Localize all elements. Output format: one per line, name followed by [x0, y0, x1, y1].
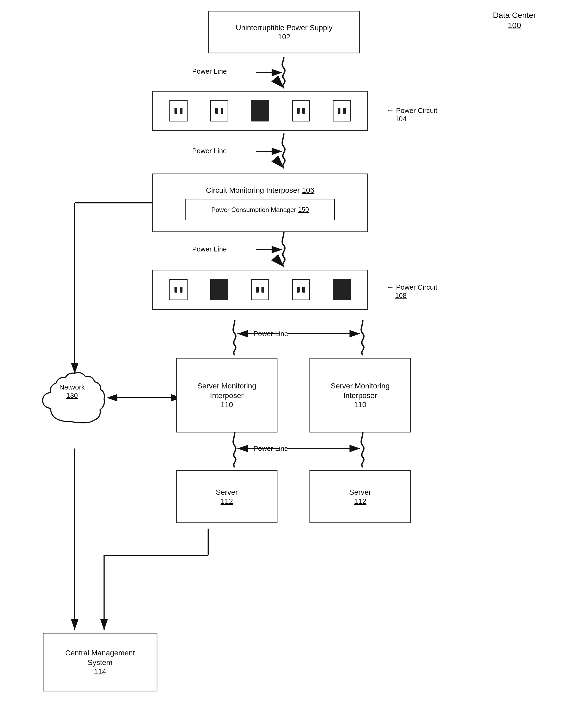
pc104-text: Power Circuit	[396, 107, 437, 115]
pc104-arrow: ← Power Circuit 104	[386, 106, 437, 123]
power-circuit-104	[152, 91, 368, 131]
data-center-label: Data Center 100	[493, 11, 536, 30]
outlet-108-1	[170, 279, 188, 300]
outlet-108-5-filled	[333, 279, 351, 300]
power-circuit-108	[152, 270, 368, 310]
outlet-1	[170, 100, 188, 121]
circuit-monitoring-box: Circuit Monitoring Interposer 106 Power …	[152, 174, 368, 232]
server-monitoring-1-box: Server Monitoring Interposer 110	[176, 358, 278, 432]
power-consumption-box: Power Consumption Manager 150	[186, 199, 335, 220]
server-monitoring-2-box: Server Monitoring Interposer 110	[309, 358, 411, 432]
ups-box: Uninterruptible Power Supply 102	[208, 11, 360, 53]
server-1-box: Server 112	[176, 470, 278, 523]
outlet-2	[210, 100, 229, 121]
network-cloud: Network 130	[35, 368, 109, 432]
outlet-108-2-filled	[210, 279, 229, 300]
outlet-108-3	[251, 279, 269, 300]
diagram: Data Center 100 Uninterruptible Power Su…	[0, 0, 568, 728]
pc108-label: ← Power Circuit 108	[386, 283, 437, 300]
outlet-3-filled	[251, 100, 269, 121]
cms-box: Central Management System 114	[43, 633, 157, 691]
outlet-5	[333, 100, 351, 121]
server-2-box: Server 112	[309, 470, 411, 523]
outlet-108-4	[292, 279, 310, 300]
outlet-4	[292, 100, 310, 121]
